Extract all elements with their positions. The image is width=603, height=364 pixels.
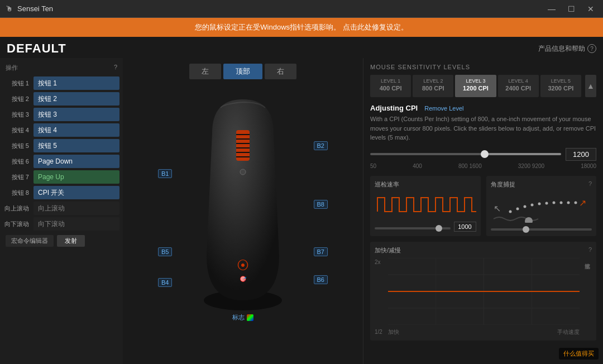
- svg-text:↖: ↖: [494, 204, 501, 213]
- sidebar-question-icon[interactable]: ?: [114, 64, 117, 72]
- tab-right[interactable]: 右: [265, 64, 296, 79]
- cpi-level5-value: 3200 CPI: [543, 85, 579, 92]
- cpi-level-2[interactable]: LEVEL 2 800 CPI: [413, 75, 453, 97]
- cpi-range-400: 400: [413, 163, 422, 169]
- accel-question-icon[interactable]: ?: [588, 246, 592, 255]
- product-info-label: 产品信息和帮助: [538, 44, 585, 54]
- angle-snap-title-text: 角度捕捉: [491, 180, 515, 189]
- sidebar-btn8[interactable]: CPI 开关: [34, 186, 119, 199]
- sidebar-btn5[interactable]: 按钮 5: [34, 139, 119, 152]
- accel-y-labels: 2x 1/2: [375, 258, 386, 336]
- warning-banner[interactable]: 您的鼠标设定正在受Windows指针选项影响。 点击此处修复设定。: [0, 18, 603, 37]
- help-icon: ?: [587, 44, 596, 53]
- polling-title: 巡检速率: [375, 180, 476, 189]
- macro-editor-button[interactable]: 宏命令编辑器: [6, 235, 54, 247]
- polling-section: 巡检速率 1000: [370, 176, 481, 236]
- cpi-level-4[interactable]: LEVEL 4 2400 CPI: [498, 75, 539, 97]
- angle-snap-handle[interactable]: [523, 226, 529, 233]
- sidebar-label-btn2: 按钮 2: [0, 95, 34, 103]
- accel-y-top: 2x: [375, 259, 386, 265]
- sidebar-label-scroll-down: 向下滚动: [0, 220, 34, 228]
- sidebar-header: 操作 ?: [0, 64, 123, 75]
- mouse-b2-label: B2: [314, 141, 328, 150]
- cpi-level4-value: 2400 CPI: [500, 85, 537, 92]
- logo-color-icon: [247, 314, 253, 321]
- cpi-level-1[interactable]: LEVEL 1 400 CPI: [370, 75, 411, 97]
- tab-left[interactable]: 左: [189, 64, 221, 79]
- cpi-section-title: MOUSE SENSITIVITY LEVELS: [370, 64, 596, 70]
- svg-point-19: [559, 201, 562, 204]
- cpi-slider-handle[interactable]: [481, 150, 489, 158]
- accel-y-bottom: 1/2: [375, 329, 386, 335]
- sidebar-row-btn5: 按钮 5 按钮 5: [0, 138, 123, 154]
- sidebar-label-btn4: 按钮 4: [0, 126, 34, 135]
- cpi-levels: LEVEL 1 400 CPI LEVEL 2 800 CPI LEVEL 3 …: [370, 75, 596, 97]
- cpi-level5-name: LEVEL 5: [543, 78, 579, 84]
- logo-label-row: 标志: [232, 313, 253, 322]
- sidebar-btn4[interactable]: 按钮 4: [34, 123, 119, 137]
- svg-point-17: [545, 202, 548, 204]
- polling-title-text: 巡检速率: [375, 180, 399, 189]
- polling-slider-handle[interactable]: [436, 225, 442, 232]
- mouse-b8-label: B8: [314, 200, 328, 209]
- sidebar-label-btn7: 按钮 7: [0, 173, 34, 181]
- titlebar-controls[interactable]: — ☐ ✕: [544, 3, 597, 15]
- cpi-value-display: 1200: [566, 148, 596, 161]
- profile-name: DEFAULT: [7, 41, 66, 56]
- maximize-button[interactable]: ☐: [564, 3, 578, 15]
- sidebar-btn7[interactable]: Page Up: [34, 170, 119, 184]
- sidebar-btn6[interactable]: Page Down: [34, 155, 119, 168]
- tab-top[interactable]: 顶部: [223, 64, 262, 79]
- svg-text:↗: ↗: [579, 198, 586, 208]
- product-info[interactable]: 产品信息和帮助 ?: [538, 44, 596, 54]
- fire-button[interactable]: 发射: [57, 235, 85, 247]
- mouse-b4-label: B4: [158, 278, 172, 287]
- sidebar-btn3[interactable]: 按钮 3: [34, 108, 119, 121]
- sidebar-btn1[interactable]: 按钮 1: [34, 76, 119, 90]
- center-panel: 左 顶部 右 B1 B2 B3 B4 B5 B6 B7 B8: [123, 58, 363, 364]
- sidebar: 操作 ? 按钮 1 按钮 1 按钮 2 按钮 2 按钮 3 按钮 3 按钮 4 …: [0, 58, 123, 364]
- svg-point-13: [516, 207, 519, 210]
- close-button[interactable]: ✕: [584, 3, 597, 15]
- sidebar-scroll-up[interactable]: 向上滚动: [34, 202, 119, 215]
- svg-point-8: [240, 169, 246, 175]
- cpi-add-button[interactable]: ▲: [585, 75, 596, 97]
- sidebar-row-btn1: 按钮 1 按钮 1: [0, 75, 123, 91]
- tab-row: 左 顶部 右: [189, 64, 296, 79]
- polling-slider[interactable]: [375, 227, 451, 229]
- main-layout: 操作 ? 按钮 1 按钮 1 按钮 2 按钮 2 按钮 3 按钮 3 按钮 4 …: [0, 58, 603, 364]
- angle-snap-slider[interactable]: [491, 228, 592, 231]
- cpi-level-5[interactable]: LEVEL 5 3200 CPI: [540, 75, 581, 97]
- cpi-level-3[interactable]: LEVEL 3 1200 CPI: [455, 75, 496, 97]
- cpi-level2-value: 800 CPI: [415, 85, 451, 92]
- svg-point-12: [509, 210, 511, 213]
- remove-level-button[interactable]: Remove Level: [424, 105, 463, 112]
- sidebar-label-btn8: 按钮 8: [0, 189, 34, 197]
- logo-text-label: 标志: [232, 313, 245, 322]
- sidebar-scroll-down[interactable]: 向下滚动: [34, 217, 119, 231]
- cpi-level1-name: LEVEL 1: [372, 78, 409, 84]
- sidebar-row-btn6: 按钮 6 Page Down: [0, 154, 123, 169]
- polling-viz: [375, 192, 476, 217]
- sidebar-row-btn3: 按钮 3 按钮 3: [0, 107, 123, 122]
- sidebar-row-btn8: 按钮 8 CPI 开关: [0, 185, 123, 200]
- svg-text:🎯: 🎯: [240, 275, 247, 282]
- polling-value-display: 1000: [454, 222, 476, 232]
- cpi-slider-row: 1200: [370, 148, 596, 161]
- cpi-level3-name: LEVEL 3: [457, 78, 494, 84]
- angle-snap-question-icon[interactable]: ?: [588, 180, 592, 189]
- accel-chart-svg: [388, 258, 580, 325]
- svg-point-14: [523, 205, 526, 208]
- titlebar-left: 🖱 Sensei Ten: [6, 4, 53, 13]
- accel-chart-area: 加快 手动速度: [388, 258, 580, 336]
- sidebar-btn2[interactable]: 按钮 2: [34, 92, 119, 106]
- svg-point-21: [574, 201, 577, 204]
- svg-text:⦿: ⦿: [237, 258, 249, 272]
- cpi-level4-name: LEVEL 4: [500, 78, 537, 84]
- accel-title: 加快/减慢 ?: [375, 246, 592, 255]
- cpi-slider[interactable]: [370, 153, 561, 155]
- angle-snap-viz: ↖ ↗: [491, 192, 592, 223]
- minimize-button[interactable]: —: [544, 3, 559, 15]
- cpi-range-labels: 50 400 800 1600 3200 9200 18000: [370, 163, 596, 169]
- cpi-level2-name: LEVEL 2: [415, 78, 451, 84]
